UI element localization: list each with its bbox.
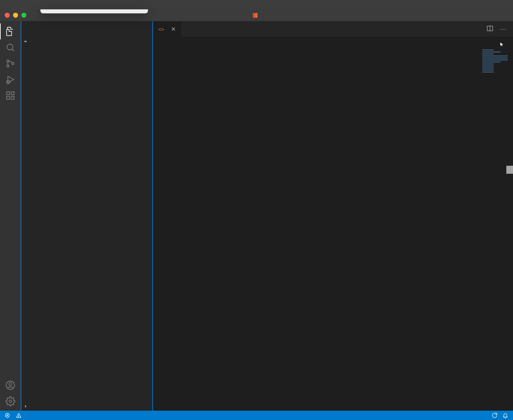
mouse-cursor-icon (499, 41, 505, 48)
feedback-icon[interactable] (492, 412, 498, 418)
scrollbar-marker[interactable] (506, 166, 513, 174)
fullscreen-window-button[interactable] (21, 13, 26, 18)
svg-rect-7 (7, 92, 10, 95)
editor-tabs: <> ✕ ⋯ (153, 21, 513, 37)
accounts-activity-icon[interactable] (4, 379, 16, 391)
split-editor-icon[interactable] (486, 25, 494, 34)
file-menu-dropdown[interactable] (40, 9, 148, 13)
editor: <> ✕ ⋯ (153, 21, 513, 411)
svg-rect-10 (11, 92, 14, 95)
more-actions-icon[interactable]: ⋯ (500, 25, 506, 33)
folder-root[interactable]: ⌄ (21, 36, 152, 45)
run-debug-activity-icon[interactable] (4, 74, 16, 86)
breadcrumb[interactable] (153, 37, 513, 48)
source-control-activity-icon[interactable] (4, 57, 16, 69)
tab-index-html[interactable]: <> ✕ (153, 21, 181, 37)
explorer-header (21, 21, 152, 36)
chevron-right-icon: › (25, 403, 27, 409)
outline-section[interactable]: › (21, 401, 152, 411)
app-menu-code[interactable] (7, 0, 17, 9)
settings-gear-icon[interactable] (4, 395, 16, 407)
svg-point-12 (9, 383, 12, 386)
minimize-window-button[interactable] (13, 13, 18, 18)
svg-point-2 (7, 60, 9, 62)
html-file-icon (253, 13, 258, 18)
status-bar (0, 411, 513, 420)
window-title (0, 13, 513, 18)
code-editor[interactable] (153, 48, 513, 411)
chevron-down-icon: ⌄ (23, 37, 28, 43)
close-window-button[interactable] (5, 13, 10, 18)
explorer-sidebar: ⌄ › (21, 21, 153, 411)
minimap[interactable] (480, 48, 513, 411)
extensions-activity-icon[interactable] (4, 90, 16, 102)
activity-bar (0, 21, 21, 411)
svg-point-13 (9, 400, 12, 403)
svg-point-3 (7, 65, 9, 67)
close-tab-icon[interactable]: ✕ (171, 26, 176, 33)
svg-line-1 (12, 49, 14, 51)
svg-rect-8 (7, 97, 10, 100)
svg-point-20 (18, 416, 19, 417)
status-errors[interactable] (5, 413, 11, 418)
search-activity-icon[interactable] (4, 41, 16, 53)
svg-marker-5 (8, 76, 14, 83)
explorer-activity-icon[interactable] (4, 25, 16, 37)
line-number-gutter (153, 48, 182, 411)
status-warnings[interactable] (16, 413, 23, 418)
html-file-icon: <> (158, 26, 164, 32)
notifications-bell-icon[interactable] (502, 412, 508, 418)
svg-rect-9 (11, 97, 14, 100)
code-content[interactable] (182, 48, 513, 411)
traffic-lights (5, 13, 26, 18)
mac-menubar (0, 0, 513, 9)
svg-point-4 (12, 62, 14, 64)
svg-point-0 (7, 44, 13, 50)
